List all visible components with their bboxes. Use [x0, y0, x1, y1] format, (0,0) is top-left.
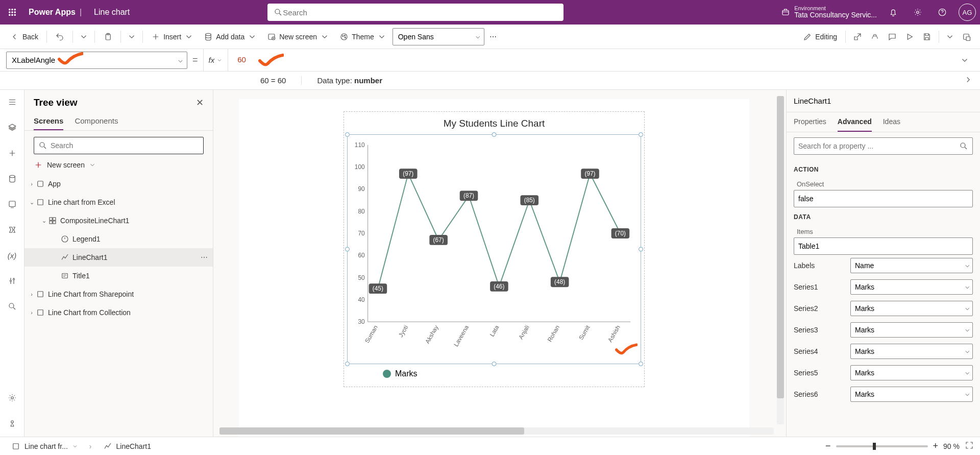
svg-point-20: [345, 35, 346, 36]
global-search-input[interactable]: [283, 8, 557, 17]
rail-flows-button[interactable]: [4, 222, 20, 238]
tab-properties[interactable]: Properties: [794, 112, 826, 132]
onselect-input[interactable]: false: [794, 190, 973, 207]
comments-button[interactable]: [885, 28, 900, 46]
series1-select[interactable]: Marks: [850, 279, 973, 295]
help-button[interactable]: [934, 4, 950, 20]
svg-point-3: [9, 12, 10, 13]
tree-node-app[interactable]: ›App: [24, 175, 213, 193]
waffle-button[interactable]: [4, 4, 20, 20]
zoom-out-button[interactable]: −: [825, 441, 831, 451]
property-selector[interactable]: XLabelAngle: [6, 52, 187, 69]
tree-node-composite[interactable]: ⌄CompositeLineChart1: [24, 211, 213, 230]
checker-button[interactable]: [867, 28, 883, 46]
svg-text:30: 30: [358, 318, 365, 325]
property-search-input[interactable]: [798, 142, 959, 150]
insert-button[interactable]: Insert: [147, 28, 198, 46]
user-avatar[interactable]: AG: [959, 4, 976, 21]
canvas-scrollbar-v[interactable]: [777, 96, 784, 424]
canvas-scrollbar-h[interactable]: [219, 427, 774, 435]
tree-node-linechart[interactable]: LineChart1⋯: [24, 248, 213, 267]
undo-button[interactable]: [51, 28, 68, 46]
tree-search-input[interactable]: [51, 141, 199, 150]
global-search[interactable]: [267, 4, 564, 21]
share-button[interactable]: [850, 28, 865, 46]
play-button[interactable]: [902, 28, 917, 46]
svg-point-19: [342, 35, 344, 36]
rail-media-button[interactable]: [4, 196, 20, 212]
tab-components[interactable]: Components: [75, 112, 118, 130]
save-dropdown[interactable]: [943, 28, 957, 46]
close-tree-button[interactable]: ✕: [196, 97, 204, 108]
tree-node-title[interactable]: Title1: [24, 267, 213, 285]
tab-advanced[interactable]: Advanced: [838, 112, 872, 132]
ribbon-overflow[interactable]: ⋯: [486, 28, 500, 46]
rail-ai-button[interactable]: [4, 415, 20, 432]
series5-select[interactable]: Marks: [850, 365, 973, 380]
formula-input[interactable]: 60: [233, 54, 950, 67]
new-screen-button[interactable]: New screen: [24, 157, 213, 175]
tree-search[interactable]: [34, 137, 204, 154]
tree-node-screen3[interactable]: ›Line Chart from Collection: [24, 303, 213, 322]
rail-data-button[interactable]: [4, 171, 20, 187]
back-button[interactable]: Back: [6, 28, 42, 46]
rail-insert-button[interactable]: [4, 119, 20, 136]
environment-picker[interactable]: Environment Tata Consultancy Servic...: [781, 5, 877, 19]
rail-search-button[interactable]: [4, 298, 20, 315]
line-chart: 30405060708090100110(45)(97)(67)(87)(46)…: [348, 135, 641, 362]
rail-add-button[interactable]: [4, 145, 20, 161]
settings-button[interactable]: [910, 4, 926, 20]
svg-point-24: [9, 175, 15, 178]
tab-ideas[interactable]: Ideas: [883, 112, 900, 132]
tree-node-screen2[interactable]: ›Line Chart from Sharepoint: [24, 285, 213, 303]
svg-point-80: [961, 143, 965, 148]
fit-screen-button[interactable]: [965, 441, 974, 451]
rail-tools-button[interactable]: [4, 273, 20, 289]
undo-dropdown[interactable]: [77, 28, 90, 46]
legend-label: Marks: [395, 369, 418, 378]
resize-handle[interactable]: [639, 362, 643, 366]
canvas[interactable]: My Students Line Chart 30405060708090100…: [239, 99, 749, 437]
search-icon: [959, 141, 968, 151]
series3-select[interactable]: Marks: [850, 322, 973, 338]
series2-select[interactable]: Marks: [850, 301, 973, 316]
svg-rect-36: [50, 221, 52, 224]
breadcrumb-control[interactable]: LineChart1: [98, 440, 157, 453]
zoom-in-button[interactable]: +: [933, 441, 939, 451]
zoom-slider[interactable]: [836, 445, 928, 447]
svg-text:90: 90: [358, 185, 365, 193]
paste-button[interactable]: [99, 28, 116, 46]
rail-variables-button[interactable]: (x): [4, 247, 20, 264]
notifications-button[interactable]: [885, 4, 901, 20]
fx-label[interactable]: fx: [203, 49, 229, 71]
chart-selection[interactable]: 30405060708090100110(45)(97)(67)(87)(46)…: [347, 134, 641, 364]
rail-tree-button[interactable]: [4, 94, 20, 110]
add-data-button[interactable]: Add data: [200, 28, 261, 46]
publish-button[interactable]: [959, 28, 974, 46]
chart-container[interactable]: My Students Line Chart 30405060708090100…: [344, 111, 645, 387]
tab-screens[interactable]: Screens: [34, 112, 63, 130]
property-search[interactable]: [794, 137, 973, 155]
resize-handle[interactable]: [492, 362, 497, 366]
series6-select[interactable]: Marks: [850, 387, 973, 402]
result-next-button[interactable]: [964, 75, 980, 86]
editing-mode-button[interactable]: Editing: [799, 28, 841, 46]
expand-formula-button[interactable]: [955, 51, 974, 69]
series4-select[interactable]: Marks: [850, 344, 973, 359]
paste-dropdown[interactable]: [125, 28, 138, 46]
font-select[interactable]: Open Sans: [393, 28, 484, 45]
title-bar: Power Apps | Line chart Environment Tata…: [0, 0, 980, 25]
save-button[interactable]: [919, 28, 935, 46]
svg-rect-34: [50, 218, 52, 220]
labels-select[interactable]: Name: [850, 258, 973, 273]
theme-button[interactable]: Theme: [335, 28, 390, 46]
tree-node-screen1[interactable]: ⌄Line chart from Excel: [24, 193, 213, 211]
tree-node-legend[interactable]: Legend1: [24, 230, 213, 248]
items-input[interactable]: Table1: [794, 237, 973, 255]
new-screen-button[interactable]: New screen: [263, 28, 333, 46]
breadcrumb-screen[interactable]: Line chart fr...: [6, 440, 83, 453]
rail-settings-button[interactable]: [4, 390, 20, 406]
resize-handle[interactable]: [345, 362, 350, 366]
tree-node-more[interactable]: ⋯: [201, 253, 208, 261]
series4-label: Series4: [794, 347, 818, 355]
